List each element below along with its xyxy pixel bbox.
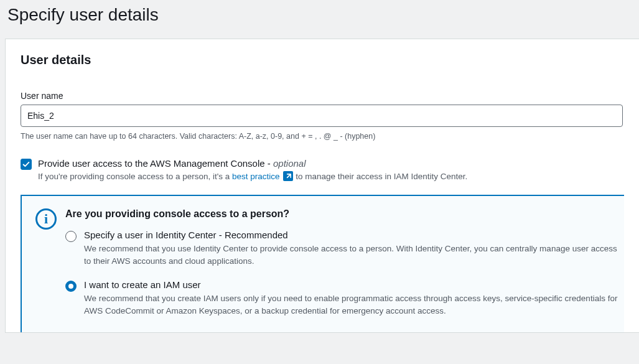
radio-option-iam-user: I want to create an IAM user We recommen… (65, 279, 624, 318)
page-header: Specify user details (0, 0, 639, 39)
radio-identity-center-label: Specify a user in Identity Center - Reco… (84, 230, 623, 240)
radio-option-identity-center: Specify a user in Identity Center - Reco… (65, 230, 624, 268)
console-access-texts: Provide user access to the AWS Managemen… (38, 158, 624, 181)
info-body: Are you providing console access to a pe… (65, 208, 624, 317)
radio-iam-user-label: I want to create an IAM user (84, 279, 623, 290)
user-name-input[interactable] (21, 105, 623, 127)
console-access-option: Provide user access to the AWS Managemen… (21, 158, 624, 181)
radio-identity-center[interactable] (65, 231, 77, 242)
best-practice-link[interactable]: best practice (232, 172, 280, 181)
radio-iam-user[interactable] (65, 281, 77, 292)
console-access-optional: optional (273, 158, 306, 169)
radio-iam-user-texts: I want to create an IAM user We recommen… (84, 279, 624, 318)
console-access-info-box: i Are you providing console access to a … (21, 195, 624, 332)
external-link-icon[interactable] (283, 171, 293, 181)
console-access-desc-prefix: If you're providing console access to a … (38, 172, 232, 181)
info-icon: i (35, 208, 57, 230)
console-access-checkbox[interactable] (21, 159, 32, 170)
info-box-title: Are you providing console access to a pe… (65, 208, 624, 220)
user-name-label: User name (21, 91, 624, 101)
console-access-label: Provide user access to the AWS Managemen… (38, 158, 624, 169)
console-access-description: If you're providing console access to a … (38, 171, 624, 181)
console-access-label-text: Provide user access to the AWS Managemen… (38, 158, 273, 169)
console-access-desc-suffix: to manage their access in IAM Identity C… (293, 172, 467, 181)
panel-title: User details (21, 53, 624, 67)
checkmark-icon (22, 160, 30, 169)
user-name-hint: The user name can have up to 64 characte… (21, 132, 624, 141)
user-details-panel: User details User name The user name can… (5, 39, 639, 333)
radio-identity-center-texts: Specify a user in Identity Center - Reco… (84, 230, 624, 268)
page-title: Specify user details (7, 5, 632, 25)
radio-identity-center-desc: We recommend that you use Identity Cente… (84, 243, 623, 268)
radio-iam-user-desc: We recommend that you create IAM users o… (84, 292, 623, 318)
